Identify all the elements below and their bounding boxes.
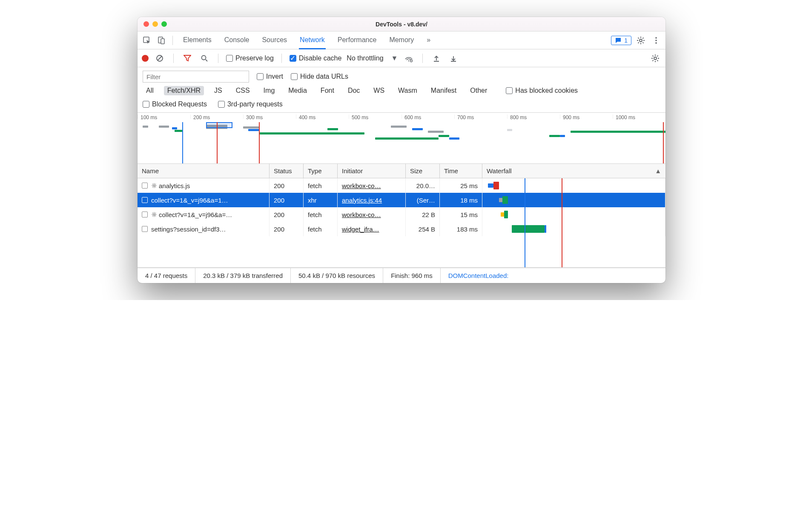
row-checkbox[interactable] — [142, 183, 148, 189]
tab-performance[interactable]: Performance — [337, 32, 378, 49]
minimize-window-button[interactable] — [152, 21, 158, 27]
request-type: fetch — [304, 222, 338, 236]
filter-bar: Invert Hide data URLs — [138, 67, 665, 84]
timeline-overview[interactable]: 100 ms 200 ms 300 ms 400 ms 500 ms 600 m… — [138, 113, 665, 164]
type-fetch-xhr[interactable]: Fetch/XHR — [164, 86, 204, 95]
inspect-icon[interactable] — [141, 34, 153, 46]
overview-selection[interactable] — [206, 122, 232, 128]
request-row[interactable]: analytics.js200fetchworkbox-co…20.0…25 m… — [138, 178, 665, 193]
separator — [281, 54, 282, 63]
status-transferred: 20.3 kB / 379 kB transferred — [195, 268, 291, 283]
type-ws[interactable]: WS — [370, 86, 388, 95]
request-status: 200 — [270, 207, 304, 222]
third-party-checkbox[interactable]: 3rd-party requests — [218, 100, 283, 108]
svg-line-42 — [155, 184, 156, 184]
svg-line-9 — [642, 42, 643, 43]
panel-settings-gear-icon[interactable] — [649, 52, 661, 64]
tab-sources[interactable]: Sources — [261, 32, 288, 49]
panel-tabbar: Elements Console Sources Network Perform… — [138, 31, 665, 49]
svg-line-41 — [152, 187, 153, 187]
dcl-marker — [182, 122, 183, 163]
header-name[interactable]: Name — [138, 164, 270, 178]
type-doc[interactable]: Doc — [344, 86, 363, 95]
svg-point-34 — [153, 185, 155, 186]
header-size[interactable]: Size — [406, 164, 440, 178]
request-name: collect?v=1&_v=j96&a=1… — [151, 197, 228, 204]
type-font[interactable]: Font — [317, 86, 338, 95]
maximize-window-button[interactable] — [161, 21, 167, 27]
type-all[interactable]: All — [143, 86, 157, 95]
filter-input[interactable] — [143, 71, 249, 83]
request-row[interactable]: settings?session_id=df3…200fetchwidget_i… — [138, 222, 665, 236]
network-conditions-icon[interactable] — [403, 52, 415, 64]
download-har-icon[interactable] — [447, 52, 459, 64]
request-initiator[interactable]: workbox-co… — [342, 182, 381, 189]
type-manifest[interactable]: Manifest — [427, 86, 460, 95]
row-checkbox[interactable] — [142, 212, 148, 217]
header-initiator[interactable]: Initiator — [338, 164, 406, 178]
type-js[interactable]: JS — [211, 86, 226, 95]
devtools-window: DevTools - v8.dev/ Elements Console Sour… — [138, 17, 665, 283]
tab-console[interactable]: Console — [224, 32, 250, 49]
row-checkbox[interactable] — [142, 197, 148, 203]
record-button[interactable] — [142, 55, 149, 62]
tab-network[interactable]: Network — [299, 32, 326, 49]
status-dcl: DOMContentLoaded: — [441, 268, 516, 283]
service-worker-icon — [151, 212, 157, 217]
issues-count: 1 — [624, 37, 628, 44]
sort-indicator-icon: ▲ — [655, 167, 661, 174]
header-time[interactable]: Time — [440, 164, 482, 178]
issues-badge[interactable]: 1 — [611, 36, 631, 45]
type-other[interactable]: Other — [467, 86, 490, 95]
request-type: fetch — [304, 207, 338, 222]
separator — [218, 54, 218, 63]
header-type[interactable]: Type — [304, 164, 338, 178]
timeline-ticks: 100 ms 200 ms 300 ms 400 ms 500 ms 600 m… — [138, 114, 665, 119]
request-type: fetch — [304, 178, 338, 193]
kebab-menu-icon[interactable] — [650, 34, 662, 46]
request-initiator[interactable]: workbox-co… — [342, 211, 381, 218]
clear-icon[interactable] — [154, 52, 166, 64]
disable-cache-checkbox[interactable]: ✓Disable cache — [290, 54, 342, 62]
request-row[interactable]: collect?v=1&_v=j96&a=1…200xhranalytics.j… — [138, 193, 665, 207]
search-icon[interactable] — [198, 52, 210, 64]
type-img[interactable]: Img — [260, 86, 278, 95]
request-size: 20.0… — [406, 178, 440, 193]
tab-memory[interactable]: Memory — [388, 32, 415, 49]
has-blocked-cookies-checkbox[interactable]: Has blocked cookies — [506, 87, 578, 94]
svg-point-12 — [655, 37, 657, 39]
request-waterfall — [482, 193, 665, 207]
window-title: DevTools - v8.dev/ — [138, 21, 665, 28]
grid-header: Name Status Type Initiator Size Time Wat… — [138, 164, 665, 178]
settings-gear-icon[interactable] — [635, 34, 647, 46]
preserve-log-checkbox[interactable]: Preserve log — [226, 54, 274, 62]
resource-type-filter: All Fetch/XHR JS CSS Img Media Font Doc … — [138, 84, 665, 99]
hide-data-urls-checkbox[interactable]: Hide data URLs — [291, 73, 348, 80]
end-marker — [663, 122, 664, 163]
blocked-requests-checkbox[interactable]: Blocked Requests — [143, 100, 207, 108]
request-initiator[interactable]: widget_ifra… — [342, 226, 379, 233]
type-css[interactable]: CSS — [232, 86, 253, 95]
filter-icon[interactable] — [181, 52, 193, 64]
svg-point-13 — [655, 40, 657, 41]
header-waterfall[interactable]: Waterfall ▲ — [482, 164, 665, 178]
device-toggle-icon[interactable] — [155, 34, 167, 46]
svg-line-48 — [152, 213, 153, 213]
request-initiator[interactable]: analytics.js:44 — [342, 197, 382, 204]
type-wasm[interactable]: Wasm — [395, 86, 421, 95]
request-size: 22 B — [406, 207, 440, 222]
close-window-button[interactable] — [143, 21, 149, 27]
request-status: 200 — [270, 178, 304, 193]
svg-point-14 — [655, 42, 657, 44]
header-status[interactable]: Status — [270, 164, 304, 178]
tab-elements[interactable]: Elements — [182, 32, 212, 49]
invert-checkbox[interactable]: Invert — [257, 73, 283, 80]
request-waterfall — [482, 207, 665, 222]
upload-har-icon[interactable] — [430, 52, 442, 64]
type-media[interactable]: Media — [285, 86, 310, 95]
tabs-overflow[interactable]: » — [426, 32, 431, 49]
request-row[interactable]: collect?v=1&_v=j96&a=…200fetchworkbox-co… — [138, 207, 665, 222]
svg-line-11 — [642, 37, 643, 38]
throttling-select[interactable]: No throttling ▼ — [347, 54, 398, 62]
row-checkbox[interactable] — [142, 226, 148, 232]
